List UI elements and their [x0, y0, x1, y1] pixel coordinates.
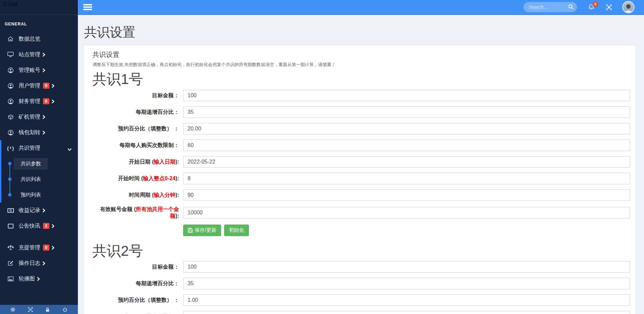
sidebar-item-site-management[interactable]: 站点管理 — [0, 47, 78, 62]
form-label: 预约百分比（填整数） ： — [92, 125, 179, 132]
search-box — [523, 2, 577, 12]
cube-icon — [7, 114, 14, 120]
form-label: 目标金额： — [92, 264, 179, 270]
chevron-right-icon — [42, 53, 45, 57]
target-amount-input[interactable] — [183, 90, 630, 101]
sidebar-item-admin-accounts[interactable]: 管理账号 — [0, 62, 78, 78]
expand-icon[interactable] — [28, 307, 33, 312]
increment-percent-input[interactable] — [183, 106, 630, 118]
search-icon[interactable] — [568, 4, 574, 9]
form-row: 每期递增百分比： — [92, 106, 630, 118]
user-circle-icon — [7, 67, 14, 73]
sidebar-item-income-records[interactable]: 收益记录 — [0, 203, 78, 218]
fullscreen-icon[interactable] — [606, 4, 612, 11]
sidebar-item-dashboard[interactable]: 数据总览 — [0, 31, 78, 47]
form-label: 开始时间 (输入整点0-24): — [92, 175, 179, 182]
sidebar-item-label: 钱包划转 — [19, 129, 40, 136]
sidebar-item-finance-management[interactable]: 财务管理 0 — [0, 93, 78, 109]
reserve-percent-input[interactable] — [183, 294, 630, 306]
notification-count-badge: 0 — [593, 1, 598, 7]
nav-section-label: GENERAL — [5, 22, 78, 26]
image-icon — [7, 276, 14, 281]
sidebar-item-label: 公告快讯 — [19, 223, 40, 230]
chevron-right-icon — [42, 208, 45, 213]
valid-account-amount-input[interactable] — [183, 207, 630, 218]
subitem-label: 共识列表 — [14, 173, 48, 185]
button-row: 保存/更新 初始化 — [183, 225, 630, 236]
sidebar-subitem-consensus-params[interactable]: 共识参数 — [1, 156, 78, 171]
section-heading-consensus-1: 共识1号 — [92, 70, 630, 88]
topbar: 0 — [78, 0, 644, 15]
form-row: 目标金额： — [92, 90, 630, 101]
chevron-right-icon — [42, 115, 45, 119]
consensus-submenu: 共识参数 共识列表 预约列表 — [1, 156, 78, 203]
subitem-label: 共识参数 — [14, 158, 48, 170]
reserve-percent-input[interactable] — [183, 123, 630, 134]
sidebar-item-label: 数据总览 — [19, 36, 40, 43]
form-row: 每期每人购买次数限制： — [92, 311, 630, 314]
target-amount-input[interactable] — [183, 261, 630, 273]
form-row: 时间周期 (输入分钟): — [92, 189, 630, 201]
purchase-limit-input[interactable] — [183, 311, 630, 314]
form-row: 预约百分比（填整数） ： — [92, 123, 630, 134]
power-icon[interactable] — [62, 307, 68, 312]
sidebar-item-carousel[interactable]: 轮播图 — [0, 271, 78, 287]
chevron-right-icon — [42, 130, 45, 135]
avatar[interactable] — [622, 1, 635, 13]
chevron-right-icon — [37, 277, 40, 281]
sidebar-item-announcements[interactable]: 公告快讯 2 — [0, 218, 78, 234]
lock-icon[interactable] — [45, 307, 50, 312]
gear-icon[interactable] — [10, 307, 16, 312]
brand-logo: EXM — [0, 0, 78, 15]
count-badge: 0 — [43, 245, 49, 251]
sidebar-item-label: 轮播图 — [19, 275, 35, 282]
sidebar-item-user-management[interactable]: 用户管理 0 — [0, 78, 78, 93]
chevron-right-icon — [42, 261, 45, 266]
chevron-right-icon — [51, 99, 55, 104]
sidebar-item-operation-logs[interactable]: 操作日志 — [0, 255, 78, 271]
sidebar-item-label: 用户管理 — [19, 82, 40, 89]
save-update-button[interactable]: 保存/更新 — [183, 225, 221, 236]
sidebar-item-label: 操作日志 — [19, 260, 40, 267]
subitem-label: 预约列表 — [14, 189, 48, 201]
form-row: 目标金额： — [92, 261, 630, 273]
increment-percent-input[interactable] — [183, 278, 630, 289]
main-area: 0 共识设置 共识设置 调整后下期生效,先把数据填正确，再点初始化，执行初始化会… — [78, 0, 644, 314]
sidebar-item-recharge-withdraw[interactable]: 充提管理 0 — [0, 240, 78, 255]
app-root: EXM GENERAL 数据总览 站点管理 管理账号 用户管理 0 财务管理 0 — [0, 0, 644, 314]
sidebar-item-label: 矿机管理 — [19, 113, 40, 121]
form-label: 时间周期 (输入分钟): — [92, 192, 179, 198]
money-icon — [7, 208, 14, 213]
sidebar-subitem-consensus-list[interactable]: 共识列表 — [1, 171, 78, 187]
start-date-input[interactable] — [183, 156, 630, 168]
purchase-limit-input[interactable] — [183, 140, 630, 151]
page-content: 共识设置 共识设置 调整后下期生效,先把数据填正确，再点初始化，执行初始化会把某… — [78, 15, 644, 314]
sidebar-item-label: 共识管理 — [19, 145, 40, 152]
chevron-down-icon — [67, 146, 72, 152]
desktop-icon — [7, 52, 14, 57]
chevron-right-icon — [51, 84, 55, 88]
form-row: 每期每人购买次数限制： — [92, 140, 630, 151]
period-minutes-input[interactable] — [183, 189, 630, 201]
form-row: 开始日期 (输入日期): — [92, 156, 630, 168]
start-hour-input[interactable] — [183, 173, 630, 184]
form-label: 每期递增百分比： — [92, 280, 179, 287]
sidebar-item-wallet-transfer[interactable]: 钱包划转 — [0, 125, 78, 140]
flame-parens-icon: () — [7, 145, 14, 151]
card-subtitle: 调整后下期生效,先把数据填正确，再点初始化，执行初始化会把某个共识的所有期数数据… — [92, 62, 630, 68]
scale-icon — [7, 245, 14, 250]
sidebar-item-miner-management[interactable]: 矿机管理 — [0, 109, 78, 125]
page-title: 共识设置 — [84, 24, 636, 41]
menu-toggle-icon[interactable] — [83, 3, 92, 12]
form-row: 开始时间 (输入整点0-24): — [92, 173, 630, 184]
sidebar-item-consensus-management[interactable]: () 共识管理 — [1, 140, 78, 156]
edit-icon — [7, 260, 14, 266]
sidebar-item-label: 管理账号 — [19, 67, 40, 74]
notifications-bell-icon[interactable]: 0 — [588, 4, 595, 11]
sidebar: EXM GENERAL 数据总览 站点管理 管理账号 用户管理 0 财务管理 0 — [0, 0, 78, 314]
user-circle-icon — [7, 83, 14, 89]
sidebar-subitem-reservation-list[interactable]: 预约列表 — [1, 187, 78, 203]
window-icon — [7, 224, 14, 229]
initialize-button[interactable]: 初始化 — [224, 225, 249, 236]
user-circle-icon — [7, 130, 14, 135]
